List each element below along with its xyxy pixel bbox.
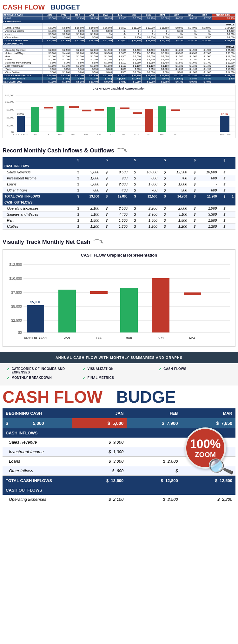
feature-visualization: ✓ VISUALIZATION <box>82 367 155 374</box>
svg-text:$10,000: $10,000 <box>5 100 14 103</box>
svg-text:$0: $0 <box>18 331 22 334</box>
col-jun: JUN <box>113 14 127 17</box>
zoom-container: BEGINNING CASH JAN FEB MAR $ 5,000 $ 5,0… <box>3 408 235 504</box>
big-title-blue: BUDGE <box>116 389 176 405</box>
svg-text:$0: $0 <box>11 131 14 133</box>
small-chart-svg: $11,500 $10,000 $7,500 $5,000 $2,500 $0 … <box>4 91 236 136</box>
big-title-red: CASH FLOW <box>3 389 102 405</box>
svg-rect-26 <box>220 116 229 132</box>
svg-text:FEB: FEB <box>96 336 102 339</box>
col-jul: JUL <box>127 14 141 17</box>
salaries-wages-row2: Salaries and Wages $3,100 $4,400 $2,900 … <box>3 211 235 218</box>
svg-text:JUN: JUN <box>97 134 101 136</box>
feature-label-3: CASH FLOWS <box>163 367 186 371</box>
check-icon-4: ✓ <box>6 376 10 380</box>
svg-text:JAN: JAN <box>64 336 70 339</box>
big-chart-title: CASH FLOW Graphical Representation <box>6 253 232 258</box>
svg-text:AUG: AUG <box>122 134 126 136</box>
beginning-cash-row: $ 5,000 $ 5,000 $ 7,900 $ 7,650 $ 8,250 … <box>3 17 235 20</box>
arrow-icon2 <box>93 237 106 247</box>
svg-text:APR: APR <box>71 134 75 136</box>
col-apr: APR <box>85 14 99 17</box>
loan-repayments-row: Loan Repayments $ 1,100 $ 1,100 $ 1,100 … <box>3 64 235 68</box>
cash-outflows-header: CASH OUTFLOWS <box>3 42 235 45</box>
svg-text:$10,000: $10,000 <box>9 277 22 280</box>
svg-text:START OF YEAR: START OF YEAR <box>13 134 29 136</box>
banner-text: ANNUAL CASH FLOW WITH MONTHLY SUMMARIES … <box>56 356 182 359</box>
col-begin: BEGINNING CASH <box>3 14 43 17</box>
svg-text:JUL: JUL <box>110 134 113 136</box>
feature-label-1: CATEGORIES OF INCOMES AND EXPENSES <box>12 367 80 374</box>
check-icon-3: ✓ <box>158 367 162 372</box>
zoom-begin-header: BEGINNING CASH JAN FEB MAR <box>3 408 235 418</box>
svg-rect-23 <box>145 109 153 132</box>
totals-label-row: TOTALS <box>3 23 235 26</box>
col-oct: OCT <box>169 14 184 17</box>
col-may: MAY <box>99 14 113 17</box>
svg-text:$2,500: $2,500 <box>11 319 22 322</box>
svg-rect-54 <box>27 305 44 332</box>
spreadsheet-title: CASH FLOW BUDGET <box>3 3 235 11</box>
net-cash-flow-row: NET CASH FLOW $ 7,900 $ 7,600 $ 8,350 $ … <box>3 80 235 84</box>
svg-text:MAR: MAR <box>58 134 63 136</box>
features-section: ✓ CATEGORIES OF INCOMES AND EXPENSES ✓ V… <box>0 363 238 386</box>
other-inflows-row: Other Inflows $ 600 $ 400 $ 700 $ 500 $ … <box>3 36 235 39</box>
sales-revenue-row: Sales Revenue $ 9,000 $ 9,500 $ 10,000 $… <box>3 26 235 30</box>
section2: Record Monthly Cash Inflows & Outflows $… <box>0 141 238 232</box>
loans-row: Loans $ 3,000 $ 2,000 $ 1,000 $ 1,000 $ … <box>3 33 235 36</box>
spreadsheet-section: CASH FLOW BUDGET BEGINNING CASH JAN FEB … <box>0 0 238 141</box>
other-inflows-row2: Other Inflows $600 $400 $700 $500 $600 $ <box>3 187 235 193</box>
svg-rect-14 <box>31 107 39 132</box>
svg-text:$11,500: $11,500 <box>5 94 14 97</box>
banner-section: ANNUAL CASH FLOW WITH MONTHLY SUMMARIES … <box>0 352 238 363</box>
svg-text:FEB: FEB <box>46 134 50 136</box>
svg-rect-59 <box>152 278 169 332</box>
net-cash-change-row: NET CASH CHANGE $ 2,900 $ (550) $ 800 $ … <box>3 77 235 80</box>
feature-label-5: FINAL METRICS <box>88 376 114 379</box>
big-chart-svg: $12,500 $10,000 $7,500 $5,000 $2,500 $0 … <box>6 260 231 343</box>
svg-text:$7,500: $7,500 <box>11 291 22 294</box>
svg-text:$5,000: $5,000 <box>17 113 24 115</box>
svg-rect-16 <box>56 106 64 132</box>
loans-row2: Loans $3,000 $2,000 $1,000 $1,000 $- $ <box>3 181 235 187</box>
col-ending: ENDING CASH <box>212 14 235 17</box>
col-feb: FEB <box>56 14 70 17</box>
col-aug: AUG <box>141 14 155 17</box>
total-cash-outflows-row: TOTAL CASH OUTFLOWS $ 10,700 $ 13,350 $ … <box>3 74 235 77</box>
total-inflows-row2: TOTAL CASH INFLOWS $13,600 $12,800 $12,5… <box>3 193 235 200</box>
section3: Visually Track Monthly Net Cash CASH FLO… <box>0 232 238 349</box>
section2-title: Record Monthly Cash Inflows & Outflows <box>3 146 235 155</box>
svg-rect-24 <box>158 106 166 132</box>
title-red: CASH FLOW <box>3 3 45 11</box>
svg-text:NOV: NOV <box>160 134 164 136</box>
svg-text:SEPT: SEPT <box>134 134 139 136</box>
feature-label-2: VISUALIZATION <box>88 367 114 371</box>
check-icon-2: ✓ <box>82 367 86 372</box>
svg-text:$2,500: $2,500 <box>7 124 15 127</box>
feature-label-4: MONTHLY BREAKDOWN <box>12 376 52 379</box>
svg-text:$5,000: $5,000 <box>11 305 22 308</box>
outflows-totals-label: TOTALS <box>3 45 235 49</box>
check-icon-1: ✓ <box>6 367 10 372</box>
total-cash-inflows-row: TOTAL CASH INFLOWS $ 13,600 $ 12,800 $ 1… <box>3 39 235 42</box>
col-jan: JAN <box>43 14 56 17</box>
utilities-row: Utilities $ 1,200 $ 1,200 $ 1,200 $ 1,20… <box>3 58 235 61</box>
check-icon-5: ✓ <box>82 376 86 380</box>
investment-income-row2: Investment Income $1,000 $900 $800 $700 … <box>3 175 235 181</box>
feature-monthly: ✓ MONTHLY BREAKDOWN <box>6 376 80 380</box>
zoom-operating-expenses: Operating Expenses $ 2,100 $ 2,500 $ 2,2… <box>3 495 235 504</box>
svg-rect-20 <box>107 107 115 132</box>
sales-revenue-row2: Sales Revenue $9,000 $9,500 $10,000 $12,… <box>3 169 235 175</box>
section3-title: Visually Track Monthly Net Cash <box>3 237 235 247</box>
col-nov: NOV <box>184 14 198 17</box>
svg-text:MAY: MAY <box>84 134 88 136</box>
feature-final: ✓ FINAL METRICS <box>82 376 155 380</box>
svg-text:MAY: MAY <box>189 336 195 339</box>
svg-rect-12 <box>17 116 25 132</box>
svg-text:$7,400: $7,400 <box>221 113 228 115</box>
marketing-row: Marketing and Advertising $ 600 $ 700 $ … <box>3 61 235 64</box>
small-chart-area: CASH FLOW Graphical Representation $11,5… <box>3 85 235 138</box>
zoom-word: ZOOM <box>195 451 216 459</box>
utilities-row2: Utilities $1,200 $1,200 $1,200 $1,200 $1… <box>3 224 235 230</box>
investment-income-row: Investment Income $ 1,000 $ 900 $ 800 $ … <box>3 30 235 33</box>
